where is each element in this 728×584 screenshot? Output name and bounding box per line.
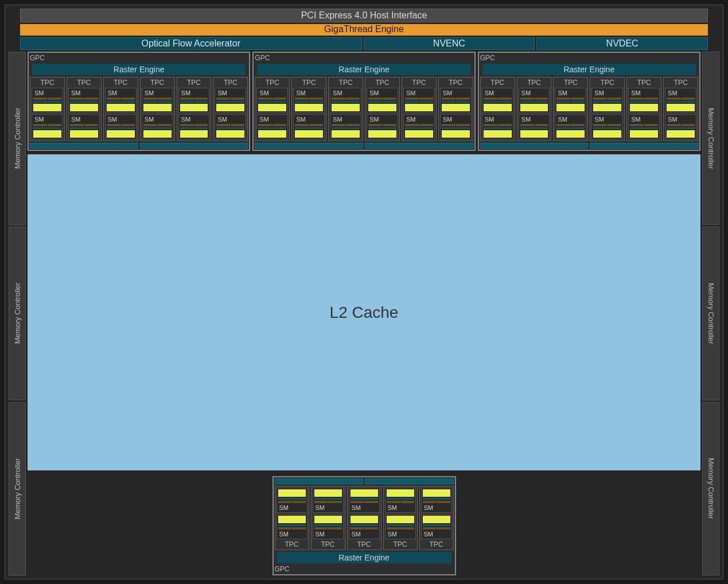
memory-controllers-right: Memory ControllerMemory ControllerMemory… [702, 52, 719, 575]
gpc-label: GPC [480, 54, 698, 62]
sm-cores [216, 98, 244, 100]
gpc: GPCRaster EngineTPCSMSMTPCSMSMTPCSMSMTPC… [252, 52, 475, 151]
tensor-core [143, 104, 172, 111]
sm: SM [385, 514, 416, 539]
tensor-core [667, 104, 695, 111]
raster-engine: Raster Engine [32, 64, 246, 75]
sm: SM [330, 114, 361, 139]
sm-cores [387, 527, 414, 530]
tpc-row: TPCSMSMTPCSMSMTPCSMSMTPCSMSMTPCSMSMTPCSM… [480, 77, 698, 141]
sm-cores [405, 124, 433, 126]
sm-cores [442, 98, 470, 100]
sm-cores [405, 98, 433, 100]
sm: SM [440, 114, 472, 139]
sm-cores [332, 98, 360, 100]
sm: SM [591, 88, 623, 113]
tpc-label: TPC [440, 79, 472, 87]
gpc-label: GPC [275, 565, 454, 573]
sm-label: SM [556, 89, 585, 96]
tensor-core [630, 104, 658, 111]
sm-label: SM [216, 89, 244, 96]
sm-cores [107, 98, 135, 100]
sm-label: SM [423, 504, 450, 511]
tensor-core [332, 130, 360, 138]
sm: SM [68, 88, 100, 113]
sm-label: SM [405, 89, 433, 96]
tpc: TPCSMSM [626, 77, 661, 141]
sm-label: SM [33, 116, 61, 123]
sm: SM [277, 514, 307, 539]
bottom-gpc-wrapper: GPCRaster EngineTPCSMSMTPCSMSMTPCSMSMTPC… [272, 476, 456, 575]
rop-row [275, 478, 454, 484]
sm-cores [107, 124, 135, 126]
tpc-label: TPC [105, 79, 137, 87]
tensor-core [405, 104, 433, 111]
tensor-core [216, 104, 244, 111]
tpc: TPCSMSM [438, 77, 473, 141]
sm-label: SM [351, 531, 378, 538]
tensor-core [368, 130, 396, 138]
sm-cores [332, 124, 360, 126]
sm-label: SM [332, 116, 360, 123]
tpc: TPCSMSM [103, 77, 138, 141]
sm: SM [519, 114, 550, 139]
sm: SM [367, 114, 398, 139]
sm-cores [70, 98, 98, 100]
tensor-core [520, 104, 548, 111]
tensor-core [143, 130, 172, 138]
tpc-label: TPC [665, 79, 696, 87]
optical-flow-accelerator: Optical Flow Accelerator [20, 37, 362, 50]
tensor-core [70, 130, 98, 138]
sm-cores [423, 527, 450, 530]
tpc-label: TPC [367, 79, 398, 87]
sm-cores [314, 501, 342, 503]
sm-label: SM [278, 504, 306, 511]
tensor-core [368, 104, 396, 111]
sm-label: SM [278, 531, 306, 538]
tensor-core [484, 104, 512, 111]
tensor-core [351, 489, 378, 497]
gigathread-engine: GigaThread Engine [20, 24, 708, 36]
tensor-core [593, 104, 621, 111]
sm: SM [403, 88, 435, 113]
sm-label: SM [258, 116, 286, 123]
sm: SM [591, 114, 623, 139]
tpc: TPCSMSM [480, 77, 515, 141]
sm: SM [293, 114, 325, 139]
tpc-label: TPC [142, 79, 173, 87]
l2-cache: L2 Cache [28, 154, 700, 470]
tpc-label: TPC [293, 79, 325, 87]
sm-cores [180, 124, 208, 126]
tensor-core [442, 130, 470, 138]
sm: SM [313, 514, 344, 539]
tpc-label: TPC [330, 79, 361, 87]
tensor-core [295, 130, 323, 138]
sm-label: SM [520, 116, 548, 123]
sm: SM [215, 114, 246, 139]
sm: SM [421, 514, 452, 539]
tpc-label: TPC [32, 79, 63, 87]
sm-label: SM [70, 89, 98, 96]
engines-row: Optical Flow Accelerator NVENC NVDEC [20, 37, 708, 50]
sm: SM [313, 488, 344, 513]
sm: SM [32, 88, 63, 113]
nvdec-block: NVDEC [536, 37, 708, 50]
sm-label: SM [295, 89, 323, 96]
tpc: TPCSMSM [419, 486, 454, 550]
tensor-core [556, 104, 585, 111]
tpc: TPCSMSM [402, 77, 437, 141]
sm-cores [278, 527, 306, 530]
sm: SM [555, 88, 586, 113]
tpc-label: TPC [178, 79, 210, 87]
sm: SM [277, 488, 307, 513]
sm-label: SM [314, 504, 342, 511]
sm: SM [482, 114, 513, 139]
sm: SM [628, 88, 660, 113]
gpc: GPCRaster EngineTPCSMSMTPCSMSMTPCSMSMTPC… [478, 52, 700, 151]
sm-cores [258, 98, 286, 100]
sm-label: SM [520, 89, 548, 96]
sm: SM [142, 114, 173, 139]
sm-cores [33, 124, 61, 126]
sm-label: SM [351, 504, 378, 511]
sm: SM [256, 114, 288, 139]
